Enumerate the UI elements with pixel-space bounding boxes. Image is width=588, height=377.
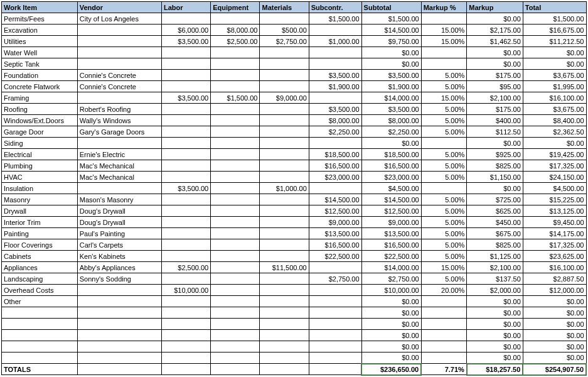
cell-total[interactable]: $16,100.00 <box>523 262 586 273</box>
cell-mat[interactable] <box>260 149 309 160</box>
cell-sub[interactable]: $3,500.00 <box>309 70 361 81</box>
cell-equip[interactable] <box>211 149 260 160</box>
cell-vendor[interactable] <box>77 183 161 194</box>
cell-total[interactable]: $13,125.00 <box>523 205 586 217</box>
cell-mat[interactable] <box>260 138 309 149</box>
cell-mpct[interactable]: 5.00% <box>421 160 467 172</box>
cell-vendor[interactable]: Mason's Masonry <box>77 194 161 205</box>
cell-labor[interactable] <box>161 319 210 330</box>
cell-mark[interactable]: $450.00 <box>467 217 523 228</box>
cell-mark[interactable]: $175.00 <box>467 104 523 115</box>
cell-subt[interactable]: $23,000.00 <box>361 172 421 183</box>
cell-work[interactable]: Insulation <box>2 183 78 194</box>
cell-total[interactable]: $2,887.50 <box>523 273 586 285</box>
cell-mat[interactable] <box>260 251 309 262</box>
cell-work[interactable]: Masonry <box>2 194 78 205</box>
cell-mark[interactable]: $925.00 <box>467 149 523 160</box>
cell-mat[interactable] <box>260 285 309 296</box>
cell-mark[interactable]: $625.00 <box>467 205 523 217</box>
cell-mark[interactable]: $0.00 <box>467 183 523 194</box>
cell-mark[interactable]: $95.00 <box>467 81 523 92</box>
cell-mat[interactable] <box>260 205 309 217</box>
cell-sub[interactable]: $22,500.00 <box>309 251 361 262</box>
cell-labor[interactable] <box>161 273 210 285</box>
cell-subt[interactable]: $8,000.00 <box>361 115 421 126</box>
cell-equip[interactable] <box>211 296 260 307</box>
cell-subt[interactable]: $2,750.00 <box>361 273 421 285</box>
cell-total[interactable]: $2,362.50 <box>523 126 586 138</box>
cell-sub[interactable]: $13,500.00 <box>309 228 361 239</box>
cell-mark[interactable]: $725.00 <box>467 194 523 205</box>
cell-mpct[interactable]: 15.00% <box>421 25 467 36</box>
cell-total[interactable]: $0.00 <box>523 330 586 341</box>
cell-sub[interactable]: $18,500.00 <box>309 149 361 160</box>
cell-mat[interactable]: $2,750.00 <box>260 36 309 47</box>
cell-sub[interactable]: $1,500.00 <box>309 13 361 25</box>
cell-vendor[interactable]: Carl's Carpets <box>77 239 161 251</box>
cell-equip[interactable] <box>211 273 260 285</box>
cell-mpct[interactable]: 5.00% <box>421 172 467 183</box>
cell-subt[interactable]: $1,900.00 <box>361 81 421 92</box>
cell-mat[interactable]: $11,500.00 <box>260 262 309 273</box>
cell-labor[interactable] <box>161 228 210 239</box>
cell-total[interactable]: $8,400.00 <box>523 115 586 126</box>
cell-mpct[interactable]: 5.00% <box>421 217 467 228</box>
cell-mat[interactable] <box>260 296 309 307</box>
cell-work[interactable]: Water Well <box>2 47 78 58</box>
cell-vendor[interactable] <box>77 25 161 36</box>
cell-subt[interactable]: $18,500.00 <box>361 149 421 160</box>
cell-labor[interactable] <box>161 172 210 183</box>
cell-total[interactable]: $3,675.00 <box>523 70 586 81</box>
cell-work[interactable]: Cabinets <box>2 251 78 262</box>
cell-mark[interactable]: $400.00 <box>467 115 523 126</box>
cell-sub[interactable] <box>309 307 361 319</box>
cell-mark[interactable]: $175.00 <box>467 70 523 81</box>
cell-total[interactable]: $0.00 <box>523 296 586 307</box>
cell-mpct[interactable]: 5.00% <box>421 205 467 217</box>
cell-sub[interactable] <box>309 285 361 296</box>
cell-mark[interactable]: $2,000.00 <box>467 285 523 296</box>
cell-vendor[interactable]: Ken's Kabinets <box>77 251 161 262</box>
cell-labor[interactable] <box>161 205 210 217</box>
cell-equip[interactable] <box>211 341 260 352</box>
cell-mpct[interactable] <box>421 47 467 58</box>
cell-vendor[interactable]: City of Los Angeles <box>77 13 161 25</box>
cell-labor[interactable]: $2,500.00 <box>161 262 210 273</box>
cell-labor[interactable] <box>161 70 210 81</box>
cell-subt[interactable]: $0.00 <box>361 296 421 307</box>
cell-labor[interactable] <box>161 341 210 352</box>
cell-subt[interactable]: $14,500.00 <box>361 25 421 36</box>
cell-work[interactable]: Concrete Flatwork <box>2 81 78 92</box>
cell-sub[interactable]: $16,500.00 <box>309 239 361 251</box>
cell-total[interactable]: $24,150.00 <box>523 172 586 183</box>
cell-subt[interactable]: $14,000.00 <box>361 92 421 104</box>
cell-mpct[interactable] <box>421 330 467 341</box>
cell-vendor[interactable]: Connie's Concrete <box>77 70 161 81</box>
cell-work[interactable]: HVAC <box>2 172 78 183</box>
cell-sub[interactable] <box>309 58 361 70</box>
cell-work[interactable]: Appliances <box>2 262 78 273</box>
cell-mark[interactable]: $0.00 <box>467 138 523 149</box>
cell-equip[interactable] <box>211 352 260 364</box>
cell-labor[interactable] <box>161 251 210 262</box>
cell-subt[interactable]: $0.00 <box>361 47 421 58</box>
cell-work[interactable]: Excavation <box>2 25 78 36</box>
cell-mat[interactable]: $9,000.00 <box>260 92 309 104</box>
cell-sub[interactable] <box>309 262 361 273</box>
cell-sub[interactable] <box>309 319 361 330</box>
cell-vendor[interactable] <box>77 341 161 352</box>
cell-vendor[interactable] <box>77 307 161 319</box>
cell-mat[interactable] <box>260 58 309 70</box>
cell-subt[interactable]: $14,500.00 <box>361 194 421 205</box>
cell-work[interactable] <box>2 341 78 352</box>
cell-equip[interactable] <box>211 319 260 330</box>
cell-mpct[interactable]: 5.00% <box>421 228 467 239</box>
cell-mark[interactable]: $0.00 <box>467 296 523 307</box>
cell-subt[interactable]: $22,500.00 <box>361 251 421 262</box>
cell-labor[interactable] <box>161 115 210 126</box>
cell-work[interactable]: Painting <box>2 228 78 239</box>
cell-mark[interactable]: $2,175.00 <box>467 25 523 36</box>
cell-mark[interactable]: $0.00 <box>467 330 523 341</box>
cell-total[interactable]: $14,175.00 <box>523 228 586 239</box>
cell-sub[interactable]: $12,500.00 <box>309 205 361 217</box>
